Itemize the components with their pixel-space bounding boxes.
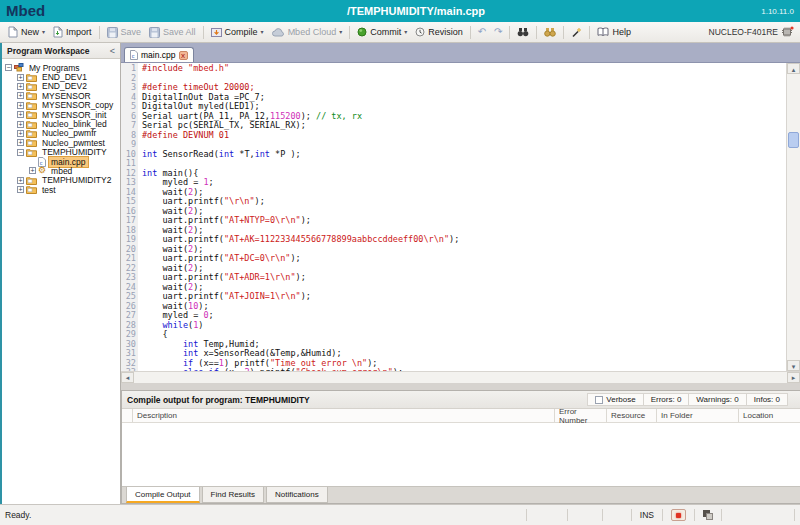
toolbar-separator [509, 26, 510, 39]
folder-icon [26, 101, 37, 110]
top-bar: Mbed /TEMPHUMIDITY/main.cpp 1.10.11.0 [0, 0, 800, 22]
compile-output-title: Compile output for program: TEMPHUMIDITY [127, 395, 310, 405]
device-selector[interactable]: NUCLEO-F401RE [709, 26, 796, 38]
compile-button-label: Compile [225, 27, 258, 37]
expand-icon[interactable]: + [17, 102, 24, 109]
collapse-sidebar-icon[interactable]: < [110, 46, 115, 56]
revision-button[interactable]: Revision [411, 25, 467, 39]
editor-vertical-scrollbar[interactable]: ▴ ▾ [786, 63, 800, 371]
save-icon [107, 27, 118, 38]
toolbar-separator [99, 26, 100, 39]
folder-icon [26, 82, 37, 91]
line-number: 33 [121, 368, 136, 371]
mcu-chip-icon [781, 26, 794, 38]
find-button[interactable] [513, 25, 533, 39]
scroll-left-icon[interactable]: ◂ [121, 372, 134, 383]
tab-main-cpp[interactable]: c main.cpp x [124, 47, 194, 62]
format-code-button[interactable] [567, 25, 586, 40]
revision-button-label: Revision [428, 27, 463, 37]
import-button-label: Import [66, 27, 92, 37]
save-all-icon [149, 27, 160, 38]
page-title: /TEMPHUMIDITY/main.cpp [347, 5, 485, 17]
mbed-cloud-button[interactable]: Mbed Cloud ▾ [268, 25, 347, 39]
panel-splitter[interactable] [121, 383, 800, 390]
scroll-up-icon[interactable]: ▴ [787, 63, 800, 74]
folder-icon [26, 176, 37, 185]
column-header-location[interactable]: Location [738, 409, 800, 422]
collapse-icon[interactable]: − [5, 64, 12, 71]
scroll-down-icon[interactable]: ▾ [787, 360, 800, 371]
expand-icon[interactable]: + [17, 74, 24, 81]
expand-icon[interactable]: + [17, 130, 24, 137]
code-line: else if (x==2) printf("Check sum error\n… [142, 368, 800, 371]
tab-label: main.cpp [141, 50, 176, 60]
new-file-icon [8, 26, 18, 38]
expand-icon[interactable]: + [17, 139, 24, 146]
expand-icon[interactable]: + [17, 111, 24, 118]
save-button[interactable]: Save [103, 25, 146, 40]
tree-item-temphumidity2[interactable]: +TEMPHUMIDITY2 [2, 176, 120, 185]
folder-icon [26, 91, 37, 100]
verbose-checkbox[interactable] [595, 396, 603, 404]
help-button[interactable]: Help [593, 25, 635, 39]
find-in-files-button[interactable] [540, 25, 560, 39]
expand-icon[interactable]: + [17, 121, 24, 128]
close-tab-icon[interactable]: x [179, 51, 188, 60]
code-editor[interactable]: 1234567891011121314151617181920212223242… [121, 63, 800, 371]
expand-icon[interactable]: + [17, 186, 24, 193]
tab-find-results[interactable]: Find Results [202, 487, 264, 503]
magic-wand-icon [571, 27, 582, 38]
editor-horizontal-scrollbar[interactable]: ◂ ▸ [121, 371, 800, 383]
column-header-in-folder[interactable]: In Folder [656, 409, 738, 422]
save-button-label: Save [121, 27, 142, 37]
code-line: wait(10); [142, 302, 800, 312]
collapse-icon[interactable]: − [17, 149, 24, 156]
toolbar-separator [203, 26, 204, 39]
errors-count: Errors: 0 [644, 393, 690, 406]
sidebar-title: Program Workspace [7, 46, 90, 56]
scroll-right-icon[interactable]: ▸ [787, 372, 800, 383]
new-button[interactable]: New ▾ [4, 24, 49, 40]
device-name-label: NUCLEO-F401RE [709, 27, 778, 37]
mbed-compiler-window: Mbed /TEMPHUMIDITY/main.cpp 1.10.11.0 Ne… [0, 0, 800, 525]
redo-button[interactable]: ↷ [490, 25, 506, 39]
vertical-scrollbar-thumb[interactable] [788, 132, 799, 148]
compile-button[interactable]: Compile ▾ [207, 25, 268, 40]
help-button-label: Help [612, 27, 631, 37]
editor-tab-bar: c main.cpp x [121, 43, 800, 63]
revision-clock-icon [415, 27, 425, 37]
code-lines[interactable]: #include "mbed.h" #define timeOut 20000;… [138, 63, 800, 371]
code-line: uart.printf("AT+DC=0\r\n"); [142, 254, 800, 264]
column-header-resource[interactable]: Resource [606, 409, 656, 422]
tab-compile-output[interactable]: Compile Output [126, 487, 200, 503]
chevron-down-icon[interactable]: ▾ [261, 29, 264, 35]
expand-icon[interactable]: + [29, 167, 36, 174]
folder-icon [26, 148, 37, 157]
main-content: Program Workspace < −My Programs+END_DEV… [0, 43, 800, 504]
folder-icon [26, 129, 37, 138]
record-indicator-cell [662, 509, 694, 521]
editor-column: c main.cpp x 123456789101112131415161718… [121, 43, 800, 504]
toolbar-separator [536, 26, 537, 39]
expand-icon[interactable]: + [17, 177, 24, 184]
layout-toggle-cell[interactable] [694, 509, 721, 521]
tab-notifications[interactable]: Notifications [266, 487, 328, 503]
chevron-down-icon[interactable]: ▾ [404, 29, 407, 35]
toolbar-separator [470, 26, 471, 39]
expand-icon[interactable]: + [17, 92, 24, 99]
import-button[interactable]: Import [49, 24, 96, 40]
chevron-down-icon[interactable]: ▾ [42, 29, 45, 35]
verbose-option[interactable]: Verbose [587, 393, 643, 406]
new-button-label: New [21, 27, 39, 37]
record-indicator-icon [671, 509, 686, 521]
horizontal-scrollbar-track[interactable] [134, 372, 787, 383]
commit-button[interactable]: Commit ▾ [353, 25, 411, 39]
tree-item-test[interactable]: +test [2, 185, 120, 194]
expand-icon[interactable]: + [17, 83, 24, 90]
undo-button[interactable]: ↶ [474, 25, 490, 39]
column-header-description[interactable]: Description [132, 409, 554, 422]
column-header-error-number[interactable]: Error Number [554, 409, 606, 422]
status-cell-empty [721, 509, 795, 521]
chevron-down-icon: ▾ [339, 29, 342, 35]
save-all-button[interactable]: Save All [145, 25, 200, 40]
